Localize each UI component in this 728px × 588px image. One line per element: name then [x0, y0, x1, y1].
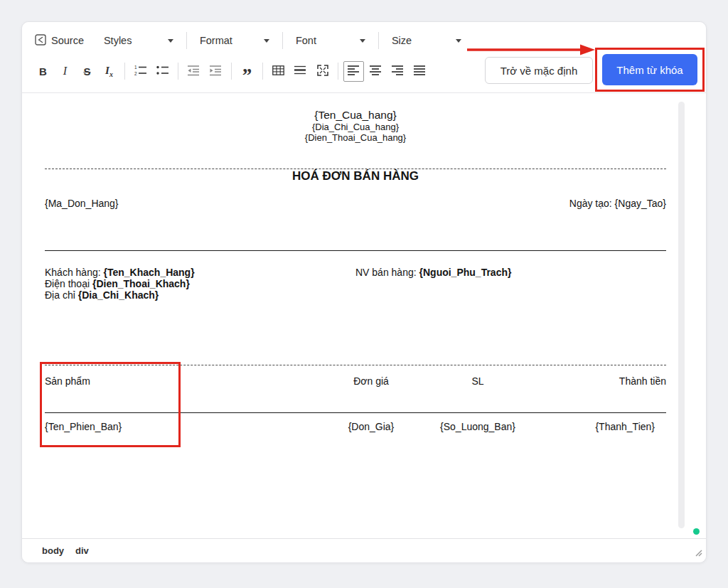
quantity-placeholder: {So_Luong_Ban}: [432, 421, 524, 432]
table-icon: [272, 65, 284, 77]
bulleted-list-button[interactable]: [152, 61, 173, 82]
horizontal-rule-icon: [294, 65, 306, 77]
page-background: Source Styles Format Font S: [0, 0, 728, 588]
size-dropdown-label: Size: [392, 35, 412, 46]
created-date-placeholder: Ngày tạo: {Ngay_Tao}: [569, 198, 666, 209]
add-keyword-button[interactable]: Thêm từ khóa: [602, 54, 697, 85]
reset-default-button[interactable]: Trở về mặc định: [485, 57, 593, 84]
styles-dropdown[interactable]: Styles: [104, 35, 173, 46]
strikethrough-icon: S: [83, 65, 90, 77]
store-name-placeholder: {Ten_Cua_hang}: [45, 109, 666, 122]
column-header: Sản phẩm: [45, 375, 311, 387]
indent-icon: [210, 65, 222, 78]
toolbar-separator: [186, 32, 187, 49]
bold-icon: B: [39, 65, 47, 77]
align-justify-icon: [414, 65, 426, 78]
total-placeholder: {Thanh_Tien}: [524, 421, 666, 432]
chevron-down-icon: [360, 39, 365, 43]
indent-button[interactable]: [205, 61, 226, 82]
strikethrough-button[interactable]: S: [77, 61, 97, 82]
format-dropdown-label: Format: [200, 35, 232, 46]
outdent-button[interactable]: [183, 61, 204, 82]
toolbar-row-1: Source Styles Format Font S: [22, 22, 706, 53]
maximize-icon: [317, 65, 328, 78]
resize-handle-icon[interactable]: [694, 547, 702, 560]
column-header: Đơn giá: [311, 375, 432, 387]
numbered-list-icon: 12: [134, 65, 146, 77]
outdent-icon: [188, 65, 200, 78]
italic-button[interactable]: I: [55, 61, 75, 82]
align-right-button[interactable]: [387, 61, 408, 82]
seller-line: NV bán hàng: {Nguoi_Phu_Trach}: [355, 267, 666, 278]
blockquote-button[interactable]: ”: [237, 61, 257, 82]
align-left-icon: [348, 65, 360, 78]
toolbar-separator: [378, 32, 379, 49]
source-label: Source: [51, 35, 84, 46]
customer-line: Khách hàng: {Ten_Khach_Hang}: [45, 267, 355, 278]
horizontal-rule-button[interactable]: [290, 61, 311, 82]
seller-placeholder: {Nguoi_Phu_Trach}: [419, 267, 512, 278]
solid-divider: [45, 412, 666, 413]
customer-phone-placeholder: {Dien_Thoai_Khach}: [92, 278, 190, 289]
green-status-dot: [693, 528, 700, 535]
store-phone-placeholder: {Dien_Thoai_Cua_hang}: [45, 132, 666, 143]
column-header: Thành tiền: [524, 375, 666, 387]
toolbar-separator: [178, 63, 178, 80]
solid-divider: [45, 250, 666, 251]
column-header: SL: [432, 375, 524, 387]
bold-button[interactable]: B: [33, 61, 53, 82]
bulleted-list-icon: [156, 65, 168, 77]
svg-text:1: 1: [134, 65, 137, 70]
font-dropdown[interactable]: Font: [296, 35, 365, 46]
editor-content-area[interactable]: {Ten_Cua_hang} {Dia_Chi_Cua_hang} {Dien_…: [22, 93, 706, 538]
align-left-button[interactable]: [343, 61, 364, 82]
format-dropdown[interactable]: Format: [200, 35, 269, 46]
path-item-body[interactable]: body: [42, 545, 64, 556]
svg-text:2: 2: [134, 71, 137, 76]
blockquote-icon: ”: [242, 63, 252, 80]
order-code-placeholder: {Ma_Don_Hang}: [45, 198, 119, 209]
product-table-header: Sản phẩm Đơn giá SL Thành tiền: [45, 375, 666, 387]
toolbar-separator: [282, 32, 283, 49]
chevron-down-icon: [456, 39, 461, 43]
customer-seller-row: Khách hàng: {Ten_Khach_Hang} NV bán hàng…: [45, 267, 666, 278]
source-icon: [35, 34, 46, 48]
customer-address-placeholder: {Dia_Chi_Khach}: [78, 289, 159, 301]
dashed-divider: [45, 365, 666, 365]
order-info-row: {Ma_Don_Hang} Ngày tạo: {Ngay_Tao}: [45, 198, 666, 209]
toolbar-separator: [231, 63, 232, 80]
size-dropdown[interactable]: Size: [392, 35, 461, 46]
align-center-button[interactable]: [365, 61, 386, 82]
unit-price-placeholder: {Don_Gia}: [311, 421, 432, 432]
editor-scrollbar[interactable]: [678, 102, 685, 528]
customer-phone-line: Điện thoại {Dien_Thoai_Khach}: [45, 278, 666, 289]
align-justify-button[interactable]: [410, 61, 430, 82]
toolbar-separator: [338, 63, 338, 80]
remove-format-icon: Ix: [105, 65, 113, 78]
customer-placeholder: {Ten_Khach_Hang}: [104, 267, 195, 278]
customer-address-line: Địa chỉ {Dia_Chi_Khach}: [45, 289, 666, 301]
editor-toolbar: Source Styles Format Font S: [22, 22, 706, 93]
maximize-button[interactable]: [312, 61, 333, 82]
chevron-down-icon: [264, 39, 269, 43]
invoice-title: HOÁ ĐƠN BÁN HÀNG: [45, 169, 666, 183]
font-dropdown-label: Font: [296, 35, 316, 46]
source-button[interactable]: Source: [33, 31, 85, 50]
editor-panel: Source Styles Format Font S: [21, 21, 707, 563]
italic-icon: I: [63, 65, 67, 77]
path-item-div[interactable]: div: [75, 545, 89, 556]
store-address-placeholder: {Dia_Chi_Cua_hang}: [45, 122, 666, 132]
styles-dropdown-label: Styles: [104, 35, 132, 46]
table-button[interactable]: [268, 61, 289, 82]
product-name-placeholder: {Ten_Phien_Ban}: [45, 421, 311, 432]
toolbar-separator: [124, 63, 125, 80]
product-table-row: {Ten_Phien_Ban} {Don_Gia} {So_Luong_Ban}…: [45, 421, 666, 432]
remove-format-button[interactable]: Ix: [99, 61, 119, 82]
element-path-bar: body div: [22, 538, 706, 562]
numbered-list-button[interactable]: 12: [130, 61, 151, 82]
align-right-icon: [392, 65, 404, 78]
align-center-icon: [370, 65, 382, 78]
chevron-down-icon: [168, 39, 173, 43]
toolbar-separator: [262, 63, 263, 80]
